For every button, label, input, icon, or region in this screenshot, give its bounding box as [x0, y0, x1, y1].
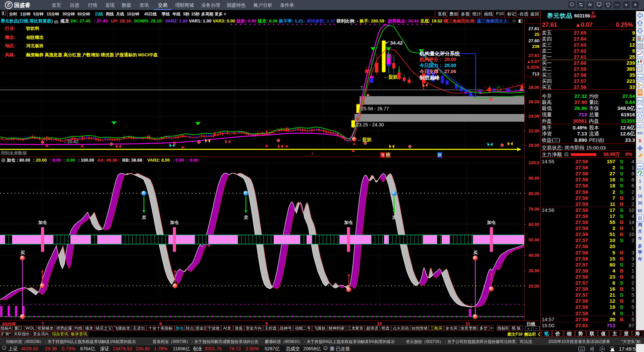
svg-text:15: 15 [638, 194, 642, 198]
svg-text:国盛睿: 国盛睿 [14, 2, 30, 8]
svg-text:季: 季 [638, 250, 643, 255]
svg-text:加仓: 加仓 [344, 220, 353, 225]
svg-text:买: 买 [20, 250, 25, 255]
svg-text:F12: F12 [638, 99, 642, 102]
svg-text:年: 年 [638, 256, 643, 261]
svg-text:周: 周 [638, 222, 642, 227]
svg-text:F5: F5 [638, 165, 642, 168]
svg-text:卖: 卖 [142, 215, 146, 220]
svg-text:日: 日 [638, 216, 642, 221]
svg-text:f(x): f(x) [638, 107, 642, 110]
svg-text:1: 1 [639, 179, 641, 184]
svg-text:F10: F10 [638, 76, 642, 79]
svg-text:卖: 卖 [244, 215, 248, 220]
svg-text:S: S [639, 138, 642, 143]
svg-text:60: 60 [638, 209, 642, 213]
svg-text:×: × [356, 115, 359, 122]
svg-text:加仓: 加仓 [487, 220, 496, 225]
svg-text:30: 30 [638, 201, 642, 206]
svg-text:加仓: 加仓 [170, 220, 179, 225]
svg-text:买: 买 [473, 250, 478, 255]
svg-text:卖: 卖 [392, 215, 396, 220]
svg-text:加仓: 加仓 [38, 220, 47, 225]
svg-text:N: N [638, 236, 641, 241]
svg-text:月: 月 [638, 229, 642, 234]
svg-text:5: 5 [639, 186, 641, 190]
svg-text:多: 多 [638, 243, 642, 248]
svg-text:RSI: RSI [637, 131, 642, 135]
